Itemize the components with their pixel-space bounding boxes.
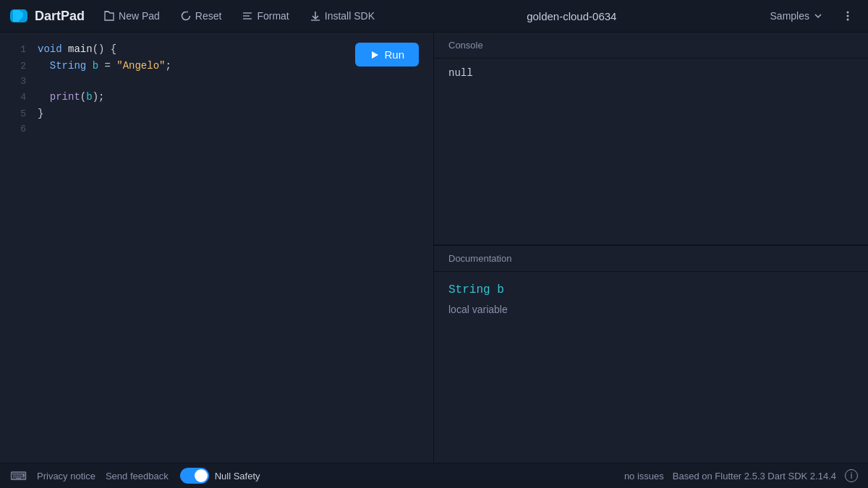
logo-area: DartPad	[9, 6, 85, 26]
header-right: Samples	[762, 4, 859, 27]
reset-icon	[180, 10, 192, 22]
footer: ⌨ Privacy notice Send feedback Null Safe…	[0, 463, 868, 488]
install-sdk-icon	[310, 10, 321, 22]
chevron-down-icon	[813, 11, 823, 21]
line-number: 6	[6, 122, 26, 137]
logo-text: DartPad	[35, 9, 85, 24]
format-icon	[242, 10, 253, 22]
line-number: 3	[6, 74, 26, 90]
docs-title: String b	[448, 283, 854, 296]
console-header: Console	[434, 33, 868, 59]
code-editor[interactable]: 1 void main() { 2 String b = "Angelo"; 3…	[0, 33, 433, 463]
code-content: String b = "Angelo";	[38, 58, 171, 74]
console-output: null	[434, 59, 868, 244]
reset-label: Reset	[195, 10, 222, 22]
editor-panel: Run 1 void main() { 2 String b = "Angelo…	[0, 33, 434, 463]
footer-right: no issues Based on Flutter 2.5.3 Dart SD…	[624, 469, 858, 482]
reset-button[interactable]: Reset	[173, 6, 229, 26]
null-safety-toggle-area: Null Safety	[180, 468, 260, 484]
docs-content: String b local variable	[434, 272, 868, 463]
issues-status: no issues	[624, 471, 664, 481]
toggle-knob	[195, 469, 208, 482]
send-feedback-link[interactable]: Send feedback	[106, 471, 169, 481]
samples-button[interactable]: Samples	[762, 6, 832, 26]
install-sdk-button[interactable]: Install SDK	[302, 6, 382, 26]
svg-point-5	[847, 15, 849, 17]
code-line-4: 4 print(b);	[0, 89, 433, 106]
keyboard-icon: ⌨	[10, 469, 27, 483]
format-button[interactable]: Format	[234, 6, 296, 26]
format-label: Format	[257, 10, 289, 22]
run-button[interactable]: Run	[355, 43, 419, 67]
docs-description: local variable	[448, 304, 854, 315]
svg-point-4	[847, 12, 849, 14]
null-safety-label: Null Safety	[215, 471, 260, 481]
more-vert-icon	[841, 9, 854, 22]
run-label: Run	[384, 48, 404, 61]
documentation-panel: Documentation String b local variable	[434, 246, 868, 463]
new-pad-label: New Pad	[119, 10, 160, 22]
new-pad-icon	[103, 10, 115, 22]
more-options-button[interactable]	[836, 4, 859, 27]
console-panel: Console null	[434, 33, 868, 246]
line-number: 5	[6, 107, 26, 122]
code-content: }	[38, 106, 43, 121]
samples-label: Samples	[770, 10, 809, 22]
code-content: void main() {	[38, 41, 116, 57]
new-pad-button[interactable]: New Pad	[96, 6, 167, 26]
install-sdk-label: Install SDK	[325, 10, 375, 22]
svg-point-6	[847, 19, 849, 21]
footer-left: ⌨ Privacy notice Send feedback	[10, 469, 169, 483]
code-line-3: 3	[0, 74, 433, 90]
line-number: 4	[6, 90, 26, 106]
info-icon[interactable]: i	[845, 469, 858, 482]
right-panel: Console null Documentation String b loca…	[434, 33, 868, 463]
null-safety-toggle[interactable]	[180, 468, 209, 484]
project-title: golden-cloud-0634	[388, 10, 756, 22]
privacy-notice-link[interactable]: Privacy notice	[37, 471, 95, 481]
main-content: Run 1 void main() { 2 String b = "Angelo…	[0, 33, 868, 463]
console-null-output: null	[448, 67, 473, 79]
docs-header: Documentation	[434, 246, 868, 272]
line-number: 2	[6, 59, 26, 74]
code-content: print(b);	[38, 89, 104, 105]
dart-logo-icon	[9, 6, 29, 26]
line-number: 1	[6, 43, 26, 58]
code-line-6: 6	[0, 122, 433, 137]
code-line-5: 5 }	[0, 106, 433, 122]
header: DartPad New Pad Reset Format Install SDK	[0, 0, 868, 33]
play-icon	[370, 50, 380, 60]
flutter-info: Based on Flutter 2.5.3 Dart SDK 2.14.4	[673, 471, 836, 481]
